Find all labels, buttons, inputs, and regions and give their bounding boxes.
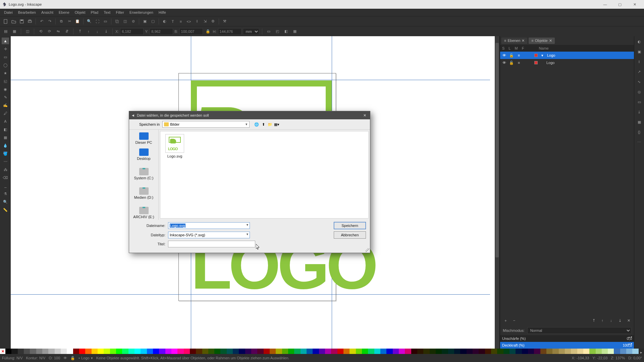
color-swatch[interactable] [350,349,356,354]
color-swatch[interactable] [552,349,558,354]
print-icon[interactable] [26,18,34,25]
color-swatch[interactable] [331,349,337,354]
blur-slider[interactable]: Unschärfe (%)0,0 ▲▼ [500,335,634,342]
raise-top-icon[interactable]: ⤒ [76,28,84,35]
color-swatch[interactable] [596,349,602,354]
fill-value[interactable]: N/V [16,356,22,360]
color-swatch[interactable] [239,349,245,354]
color-swatch[interactable] [227,349,233,354]
color-swatch[interactable] [473,349,479,354]
color-swatch[interactable] [467,349,473,354]
eraser-tool-icon[interactable]: ⌫ [2,174,9,181]
color-swatch[interactable] [325,349,331,354]
unit-select[interactable]: mm [243,28,259,35]
color-swatch[interactable] [61,349,67,354]
color-swatch[interactable] [583,349,589,354]
xml-editor-icon[interactable]: <> [185,18,193,25]
paste-icon[interactable]: 📋 [74,18,81,25]
color-swatch[interactable] [55,349,61,354]
raise-icon[interactable]: ↑ [85,28,92,35]
3dbox-tool-icon[interactable]: ◱ [2,78,9,84]
expand-icon[interactable]: ▾ [540,53,545,58]
color-swatch[interactable] [122,349,128,354]
color-swatch[interactable] [42,349,48,354]
menu-bearbeiten[interactable]: Bearbeiten [15,10,39,15]
color-swatch[interactable] [73,349,79,354]
color-swatch[interactable] [294,349,300,354]
color-swatch[interactable] [165,349,171,354]
color-swatch[interactable] [356,349,362,354]
color-swatch[interactable] [632,349,638,354]
color-swatch[interactable] [177,349,183,354]
color-swatch[interactable] [24,349,30,354]
menu-text[interactable]: Text [101,10,113,15]
collapse-all-icon[interactable]: ⤒ [590,317,597,324]
tab-layers[interactable]: ≡ Ebenen ✕ [501,38,527,44]
color-swatch[interactable] [104,349,110,354]
color-swatch[interactable] [454,349,460,354]
color-swatch[interactable] [571,349,577,354]
color-swatch[interactable] [11,349,17,354]
color-swatch[interactable] [214,349,220,354]
star-tool-icon[interactable]: ★ [2,70,9,76]
dock-fill-icon[interactable]: ◐ [636,38,643,45]
color-swatch[interactable] [288,349,294,354]
color-swatch[interactable] [614,349,620,354]
color-swatch[interactable] [497,349,503,354]
color-swatch[interactable] [602,349,608,354]
text-tool-icon[interactable]: A [2,118,9,125]
color-swatch[interactable] [399,349,405,354]
color-swatch[interactable] [448,349,454,354]
color-swatch[interactable] [208,349,214,354]
menu-datei[interactable]: Datei [1,10,15,15]
clone-icon[interactable]: ◫ [121,18,129,25]
document-properties-icon[interactable]: ⚙ [209,18,217,25]
lock-icon[interactable]: 🔓 [509,53,514,58]
move-down-icon[interactable]: ↓ [608,317,614,324]
delete-icon[interactable]: ✕ [625,317,632,324]
dropper-tool-icon[interactable]: 💧 [2,142,9,149]
folder-select[interactable]: Bilder ▼ [162,121,250,128]
menu-objekt[interactable]: Objekt [72,10,88,15]
lock-toggle-icon[interactable]: 🔓 [70,356,75,360]
color-swatch[interactable] [491,349,497,354]
color-swatch[interactable] [153,349,159,354]
bezier-tool-icon[interactable]: ✍ [2,102,9,109]
go-back-icon[interactable]: 🌐 [254,121,260,127]
object-name[interactable]: Logo [547,53,555,57]
dock-swatches-icon[interactable]: ▦ [636,119,643,125]
dock-selectors-icon[interactable]: {} [636,129,643,135]
color-swatch[interactable] [141,349,147,354]
color-swatch[interactable] [257,349,263,354]
color-swatch[interactable] [36,349,42,354]
color-swatch[interactable] [368,349,374,354]
text-dialog-icon[interactable]: T [169,18,176,25]
window-maximize-button[interactable]: ▢ [612,0,627,9]
place-system[interactable]: System (C:) [130,163,157,183]
color-swatch[interactable] [516,349,522,354]
color-swatch[interactable] [18,349,24,354]
color-swatch[interactable] [264,349,270,354]
color-swatch[interactable] [522,349,528,354]
x-input[interactable] [120,28,144,35]
color-swatch[interactable] [380,349,386,354]
visibility-icon[interactable]: 👁 [501,53,507,57]
color-swatch[interactable] [196,349,202,354]
up-folder-icon[interactable]: ⬆ [260,121,266,127]
unlink-clone-icon[interactable]: ⊘ [129,18,137,25]
duplicate-icon[interactable]: ⿻ [113,18,121,25]
menu-filter[interactable]: Filter [113,10,126,15]
color-swatch[interactable] [184,349,190,354]
select-all-icon[interactable]: ▦ [11,28,18,35]
dock-object-icon[interactable]: ▣ [636,48,643,55]
color-swatch[interactable] [190,349,196,354]
current-layer[interactable]: • Logo ▾ [78,356,93,360]
height-input[interactable] [218,28,241,35]
ungroup-icon[interactable]: ▢ [149,18,157,25]
color-swatch[interactable] [147,349,153,354]
lock-aspect-icon[interactable]: 🔒 [204,28,212,35]
color-swatch[interactable] [220,349,226,354]
open-file-icon[interactable] [10,18,17,25]
color-swatch[interactable] [608,349,614,354]
filename-input[interactable]: Logo.svg▼ [168,222,250,229]
